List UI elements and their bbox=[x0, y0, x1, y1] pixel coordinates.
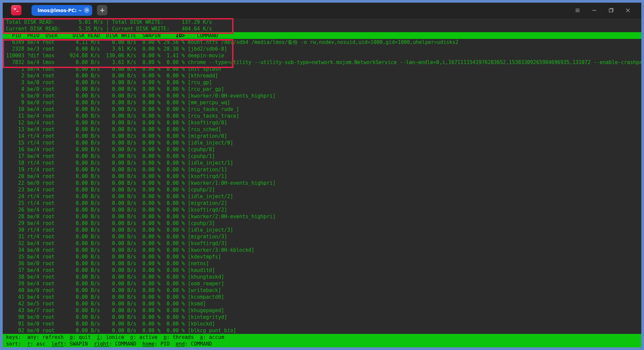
process-row: 42 be/5 root 0.00 B/s 0.00 B/s 0.00 % 0.… bbox=[3, 300, 641, 307]
process-row: 110003 ?dif lmos 924.88 K/s 130.06 K/s 0… bbox=[3, 52, 641, 59]
process-row: 28 be/0 root 0.00 B/s 0.00 B/s 0.00 % 0.… bbox=[3, 213, 641, 220]
tab-close-icon[interactable]: ✕ bbox=[84, 7, 90, 13]
new-tab-button[interactable]: + bbox=[97, 5, 107, 15]
menu-icon[interactable] bbox=[572, 4, 584, 16]
process-row: 19 rt/4 root 0.00 B/s 0.00 B/s 0.00 % 0.… bbox=[3, 166, 641, 173]
restore-icon[interactable] bbox=[605, 4, 617, 16]
disk-total-summary-line: Total DISK READ: 5.01 M/s | Total DISK W… bbox=[3, 19, 641, 25]
app-icon-glyph: >_ bbox=[14, 5, 19, 13]
process-row: 90 be/0 root 0.00 B/s 0.00 B/s 0.00 % 0.… bbox=[3, 314, 641, 320]
process-row: 6 be/0 root 0.00 B/s 0.00 B/s 0.00 % 0.0… bbox=[3, 93, 641, 99]
process-row: 18 rt/4 root 0.00 B/s 0.00 B/s 0.00 % 0.… bbox=[3, 160, 641, 166]
process-row: 29 be/4 root 0.00 B/s 0.00 B/s 0.00 % 0.… bbox=[3, 220, 641, 227]
process-row: 31 rt/4 root 0.00 B/s 0.00 B/s 0.00 % 0.… bbox=[3, 233, 641, 240]
process-row: 10 be/4 root 0.00 B/s 0.00 B/s 0.00 % 0.… bbox=[3, 106, 641, 113]
process-row: 16 be/4 root 0.00 B/s 0.00 B/s 0.00 % 0.… bbox=[3, 146, 641, 153]
process-row: 39 be/4 root 0.00 B/s 0.00 B/s 0.00 % 0.… bbox=[3, 280, 641, 287]
process-row: 41 be/4 root 0.00 B/s 0.00 B/s 0.00 % 0.… bbox=[3, 294, 641, 300]
minimize-icon[interactable] bbox=[588, 4, 600, 16]
process-row: 23 be/4 root 0.00 B/s 0.00 B/s 0.00 % 0.… bbox=[3, 186, 641, 193]
terminal-tab[interactable]: lmos@lmos-PC: ~ ✕ bbox=[32, 5, 92, 16]
process-row: 15 rt/4 root 0.00 B/s 0.00 B/s 0.00 % 0.… bbox=[3, 139, 641, 146]
process-row: 38 be/4 root 0.00 B/s 0.00 B/s 0.00 % 0.… bbox=[3, 274, 641, 280]
disk-current-summary-line: Current DISK READ: 5.35 M/s | Current DI… bbox=[3, 25, 641, 32]
process-row: 13 be/4 root 0.00 B/s 0.00 B/s 0.00 % 0.… bbox=[3, 126, 641, 133]
process-row: 30 rt/4 root 0.00 B/s 0.00 B/s 0.00 % 0.… bbox=[3, 227, 641, 233]
terminal-screen[interactable]: Total DISK READ: 5.01 M/s | Total DISK W… bbox=[3, 18, 641, 347]
process-row: 24 rt/4 root 0.00 B/s 0.00 B/s 0.00 % 0.… bbox=[3, 193, 641, 200]
process-row: 1 be/4 root 0.00 B/s 0.00 B/s 0.00 % 0.0… bbox=[3, 66, 641, 72]
process-row: 2 be/4 root 0.00 B/s 0.00 B/s 0.00 % 0.0… bbox=[3, 72, 641, 79]
process-row: 9 be/0 root 0.00 B/s 0.00 B/s 0.00 % 0.0… bbox=[3, 99, 641, 106]
process-row: 32 be/4 root 0.00 B/s 0.00 B/s 0.00 % 0.… bbox=[3, 240, 641, 247]
status-line: keys: any: refresh q: quit i: ionice o: … bbox=[3, 334, 641, 341]
process-row: 92 be/0 root 0.00 B/s 0.00 B/s 0.00 % 0.… bbox=[3, 327, 641, 334]
process-row: 36 be/0 root 0.00 B/s 0.00 B/s 0.00 % 0.… bbox=[3, 260, 641, 267]
sort-column-io: IO> bbox=[176, 33, 185, 39]
process-row: 43 be/7 root 0.00 B/s 0.00 B/s 0.00 % 0.… bbox=[3, 307, 641, 314]
process-row: 12 be/4 root 0.00 B/s 0.00 B/s 0.00 % 0.… bbox=[3, 119, 641, 126]
iotop-status-bar: keys: any: refresh q: quit i: ionice o: … bbox=[3, 334, 641, 347]
process-row: 17 be/4 root 0.00 B/s 0.00 B/s 0.00 % 0.… bbox=[3, 153, 641, 160]
terminal-window: >_ lmos@lmos-PC: ~ ✕ + Total DISK READ: … bbox=[3, 3, 641, 347]
process-row: 91 be/0 root 0.00 B/s 0.00 B/s 0.00 % 0.… bbox=[3, 320, 641, 327]
process-row: 25 rt/4 root 0.00 B/s 0.00 B/s 0.00 % 0.… bbox=[3, 200, 641, 207]
process-row: 40 be/0 root 0.00 B/s 0.00 B/s 0.00 % 0.… bbox=[3, 287, 641, 294]
process-row: 4 be/0 root 0.00 B/s 0.00 B/s 0.00 % 0.0… bbox=[3, 86, 641, 93]
process-row: 20 be/4 root 0.00 B/s 0.00 B/s 0.00 % 0.… bbox=[3, 173, 641, 180]
process-row: 22 be/0 root 0.00 B/s 0.00 B/s 0.00 % 0.… bbox=[3, 180, 641, 186]
process-row: 14 rt/4 root 0.00 B/s 0.00 B/s 0.00 % 0.… bbox=[3, 133, 641, 139]
process-row: 34 be/0 root 0.00 B/s 0.00 B/s 0.00 % 0.… bbox=[3, 247, 641, 253]
close-icon[interactable] bbox=[622, 4, 634, 16]
tab-title: lmos@lmos-PC: ~ bbox=[38, 8, 82, 13]
process-row: 26 be/4 root 0.00 B/s 0.00 B/s 0.00 % 0.… bbox=[3, 207, 641, 213]
iotop-column-header: PID PRIO USER DISK READ DISK WRITE SWAPI… bbox=[3, 32, 641, 39]
process-row: 2328 be/3 root 0.00 B/s 3.61 K/s 0.00 % … bbox=[3, 46, 641, 52]
titlebar: >_ lmos@lmos-PC: ~ ✕ + bbox=[3, 3, 641, 18]
process-row: 37 be/4 root 0.00 B/s 0.00 B/s 0.00 % 0.… bbox=[3, 267, 641, 274]
status-line: sort: r: asc left: SWAPIN right: COMMAND… bbox=[3, 341, 641, 347]
process-row: 6349 be/4 root 4.11 M/s 0.00 B/s 0.00 % … bbox=[3, 39, 641, 46]
process-row: 3 be/0 root 0.00 B/s 0.00 B/s 0.00 % 0.0… bbox=[3, 79, 641, 86]
process-row: 7832 be/4 lmos 0.00 B/s 3.61 K/s 0.00 % … bbox=[3, 59, 641, 66]
terminal-app-icon: >_ bbox=[11, 5, 21, 15]
process-row: 35 be/4 root 0.00 B/s 0.00 B/s 0.00 % 0.… bbox=[3, 253, 641, 260]
process-row: 11 be/4 root 0.00 B/s 0.00 B/s 0.00 % 0.… bbox=[3, 113, 641, 119]
